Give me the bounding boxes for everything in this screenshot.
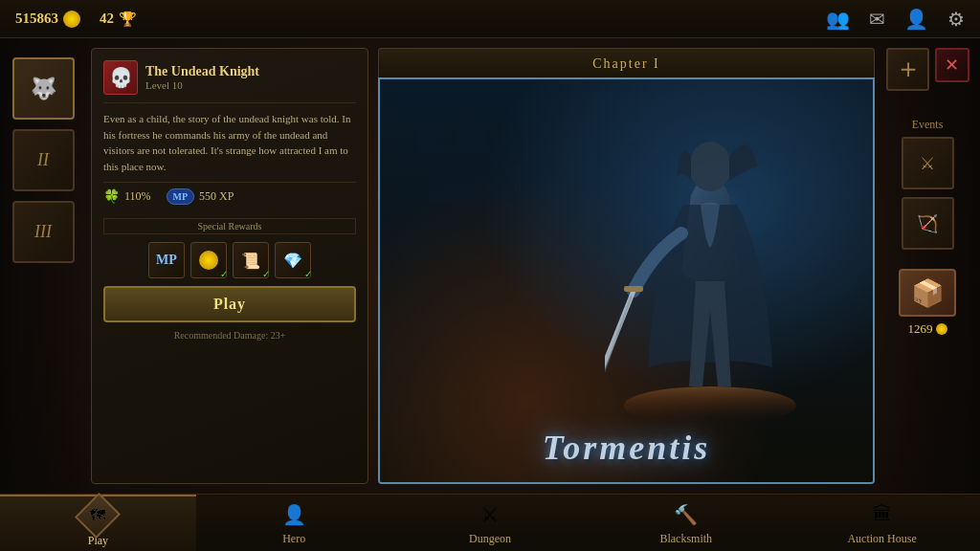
settings-icon[interactable]: ⚙ — [947, 8, 965, 31]
nav-auction[interactable]: 🏛 Auction House — [784, 495, 980, 551]
reward-scroll-icon: 📜 — [241, 252, 260, 270]
svg-rect-11 — [455, 108, 460, 118]
quest-description: Even as a child, the story of the undead… — [103, 102, 356, 174]
nav-dungeon[interactable]: ⚔ Dungeon — [392, 495, 589, 551]
left-sidebar: 🐺 II III — [0, 38, 86, 494]
nav-blacksmith-icon: 🔨 — [671, 499, 702, 529]
warrior-silhouette — [605, 119, 815, 425]
sidebar-slot-3[interactable]: III — [12, 201, 75, 263]
quest-icon-box: 💀 — [103, 60, 138, 95]
quest-panel: 💀 The Undead Knight Level 10 Even as a c… — [91, 48, 368, 484]
nav-hero-icon: 👤 — [278, 499, 309, 529]
top-bar: 515863 42 🏆 👥 ✉ 👤 ⚙ — [0, 0, 980, 38]
close-button[interactable]: ✕ — [935, 48, 969, 82]
reward-coin: ✓ — [190, 242, 227, 278]
nav-blacksmith[interactable]: 🔨 Blacksmith — [588, 495, 784, 551]
nav-hero[interactable]: 👤 Hero — [196, 495, 392, 551]
nav-dungeon-label: Dungeon — [469, 532, 511, 546]
reward-check-3: ✓ — [304, 269, 312, 279]
xp-value: 550 XP — [199, 189, 234, 204]
main-content: 💀 The Undead Knight Level 10 Even as a c… — [81, 38, 884, 494]
nav-play-diamond: 🗺 — [75, 492, 121, 538]
quest-stats: 🍀 110% MP 550 XP — [103, 182, 356, 210]
coin-icon — [63, 11, 80, 28]
right-sidebar: ✕ ✕ Events ⚔ 🏹 📦 1269 — [875, 38, 980, 494]
rewards-grid: MP ✓ 📜 ✓ 💎 ✓ — [103, 242, 356, 278]
svg-rect-4 — [418, 127, 437, 165]
svg-point-0 — [624, 386, 796, 425]
trophy-display: 42 🏆 — [100, 11, 137, 28]
sidebar-slot-1[interactable]: 🐺 — [12, 57, 75, 120]
svg-rect-5 — [504, 127, 523, 165]
game-title: Tormentis — [543, 428, 711, 468]
svg-rect-7 — [418, 118, 424, 127]
reward-xp-icon: MP — [156, 253, 177, 268]
svg-point-1 — [689, 142, 731, 191]
event-slot-1[interactable]: ⚔ — [902, 137, 954, 189]
events-label: Events — [912, 118, 944, 132]
chest-count-display: 1269 — [908, 321, 947, 337]
map-icon: 🗺 — [90, 507, 105, 524]
chapter-3-icon: III — [34, 222, 52, 242]
chest-button[interactable]: 📦 — [899, 269, 956, 317]
quest-title-area: The Undead Knight Level 10 — [145, 64, 259, 91]
crossed-swords-icon[interactable]: ✕ — [886, 48, 929, 91]
svg-rect-8 — [428, 118, 434, 127]
chapter-panel: Chapter I — [378, 48, 875, 484]
clover-icon: 🍀 — [103, 188, 120, 205]
events-section: Events ⚔ 🏹 — [902, 118, 954, 250]
recommended-damage: Recommended Damage: 23+ — [103, 330, 356, 341]
wolf-icon: 🐺 — [31, 77, 56, 101]
chest-count-value: 1269 — [908, 321, 933, 337]
nav-dungeon-icon: ⚔ — [475, 499, 505, 529]
castle-silhouette — [399, 89, 543, 204]
trophy-value: 42 — [100, 11, 114, 27]
trophy-icon: 🏆 — [119, 11, 137, 28]
xp-badge: MP — [167, 188, 195, 205]
mail-icon[interactable]: ✉ — [869, 8, 885, 31]
top-bar-right: 👥 ✉ 👤 ⚙ — [826, 8, 965, 31]
nav-play[interactable]: 🗺 Play — [0, 495, 196, 551]
event-icon-1: ⚔ — [920, 153, 935, 174]
reward-xp: MP — [148, 242, 185, 278]
luck-value: 110% — [124, 189, 151, 204]
chest-section: 📦 1269 — [899, 269, 956, 337]
play-quest-button[interactable]: Play — [103, 286, 356, 322]
svg-rect-6 — [457, 118, 485, 165]
avatar-icon[interactable]: 👤 — [904, 8, 928, 31]
svg-rect-10 — [514, 118, 520, 127]
nav-auction-label: Auction House — [847, 532, 916, 546]
sidebar-slot-2[interactable]: II — [12, 129, 75, 191]
quest-name: The Undead Knight — [145, 64, 259, 79]
chest-icon: 📦 — [911, 277, 945, 309]
small-coin-icon — [936, 323, 947, 335]
luck-stat: 🍀 110% — [103, 188, 151, 205]
quest-header: 💀 The Undead Knight Level 10 — [103, 60, 356, 95]
events-slots: ⚔ 🏹 — [902, 137, 954, 250]
chapter-title: Chapter I — [592, 56, 659, 71]
reward-coin-icon — [199, 251, 218, 270]
close-icon: ✕ — [945, 55, 959, 76]
chapter-image[interactable]: Tormentis — [378, 77, 875, 484]
bottom-nav: 🗺 Play 👤 Hero ⚔ Dungeon 🔨 Blacksmith 🏛 A… — [0, 494, 980, 551]
reward-check-2: ✓ — [262, 269, 270, 279]
svg-rect-9 — [504, 118, 510, 127]
skull-icon: 💀 — [109, 66, 133, 89]
nav-hero-label: Hero — [282, 532, 305, 546]
event-icon-2: 🏹 — [917, 213, 938, 234]
friends-icon[interactable]: 👥 — [826, 8, 850, 31]
quest-level: Level 10 — [145, 79, 259, 91]
chapter-2-icon: II — [37, 150, 49, 170]
svg-rect-2 — [624, 286, 643, 292]
nav-blacksmith-label: Blacksmith — [659, 532, 712, 546]
special-rewards-label: Special Rewards — [103, 218, 356, 234]
svg-rect-12 — [466, 108, 472, 118]
chapter-header: Chapter I — [378, 48, 875, 77]
xp-stat: MP 550 XP — [167, 188, 234, 205]
top-bar-left: 515863 42 🏆 — [15, 11, 137, 28]
nav-auction-icon: 🏛 — [867, 499, 898, 529]
reward-check-1: ✓ — [220, 269, 228, 279]
reward-item-3: 💎 ✓ — [275, 242, 311, 278]
event-slot-2[interactable]: 🏹 — [902, 197, 954, 250]
reward-item-2: 📜 ✓ — [233, 242, 269, 278]
